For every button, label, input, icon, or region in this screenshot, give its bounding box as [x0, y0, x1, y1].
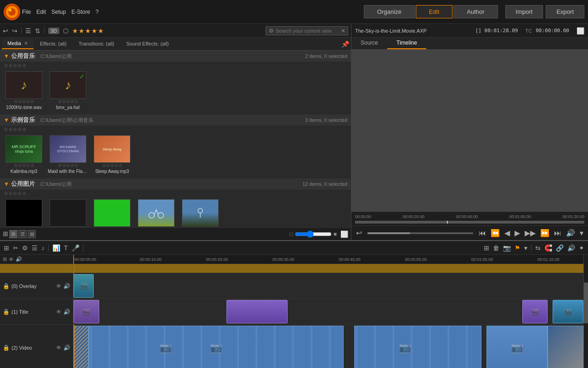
overlay-eye-icon[interactable]: 👁: [56, 283, 62, 289]
video-clip-end[interactable]: [548, 326, 583, 368]
tl-chart-icon[interactable]: 📊: [52, 244, 60, 252]
video-clip-3[interactable]: 📷: [486, 326, 548, 368]
track-header-audio[interactable]: 🔊: [16, 256, 22, 262]
tl-camera-icon[interactable]: 📷: [503, 244, 511, 252]
forward-icon[interactable]: ↪: [12, 27, 17, 34]
overlay-audio-icon[interactable]: 🔊: [63, 283, 70, 289]
sort-icon[interactable]: ⇅: [35, 27, 40, 34]
overlay-clip-1[interactable]: 🎬: [74, 274, 94, 298]
step-back-icon[interactable]: ◀: [503, 228, 511, 238]
tl-delete2-icon[interactable]: 🗑: [493, 244, 499, 252]
tl-delete-icon[interactable]: ⚙: [22, 244, 28, 252]
tab-source[interactable]: Source: [351, 38, 387, 49]
step-fwd-icon[interactable]: ▶▶: [524, 228, 537, 238]
tl-extra-icon[interactable]: ✦: [579, 244, 584, 252]
snap-icon[interactable]: ⊞: [3, 230, 8, 238]
title-clip-1[interactable]: 🎬: [74, 300, 99, 323]
search-clear-icon[interactable]: ✕: [341, 28, 345, 34]
rewind-icon[interactable]: ↩: [355, 228, 363, 238]
skip-end-icon[interactable]: ⏭: [553, 228, 562, 238]
menu-file[interactable]: File: [22, 9, 31, 15]
play-icon[interactable]: ▶: [514, 228, 521, 238]
tl-expand-icon[interactable]: ⇆: [535, 244, 541, 252]
tab-organize[interactable]: Organize: [364, 5, 415, 18]
next-frame-icon[interactable]: ⏩: [539, 228, 550, 238]
media-item-colorbars[interactable]: ☆☆☆☆☆ Color Bars: [48, 199, 88, 227]
video-clip-1[interactable]: 📷 📷: [89, 326, 344, 368]
tab-media[interactable]: Media ✕: [2, 39, 34, 49]
tl-right-scrollbar[interactable]: [583, 255, 588, 368]
video-lock-icon[interactable]: 🔒: [3, 345, 10, 351]
media-item-bmx[interactable]: ♪ ✓ ☆☆☆☆☆ bmx_ya-ha!: [48, 71, 88, 110]
media-item-maid[interactable]: RICHARD STOLTZMAN ☆☆☆☆☆ Maid with the Fl…: [48, 135, 88, 174]
volume-icon[interactable]: 🔊: [565, 228, 576, 238]
video-eye-icon[interactable]: 👁: [56, 345, 62, 351]
media-item-cyclists[interactable]: ☆☆☆☆☆ Cyclists: [136, 199, 176, 227]
tl-music-icon[interactable]: ♪: [41, 244, 45, 252]
detail-view-icon[interactable]: ▤: [28, 230, 36, 238]
media-item-sleep[interactable]: Sleep Away ☆☆☆☆☆ Sleep Away.mp3: [92, 135, 132, 174]
media-content[interactable]: ▼ 公用音乐 C:\Users\公用 2 items, 0 selected ☆…: [0, 51, 351, 227]
media-item-tone[interactable]: ♪ ☆☆☆☆☆ 1000Hz-tone.wav: [4, 71, 44, 110]
video-clip-start[interactable]: [74, 326, 89, 368]
tab-author[interactable]: Author: [453, 5, 498, 18]
tl-mic-icon[interactable]: 🎤: [72, 244, 79, 252]
overlay-lock-icon[interactable]: 🔒: [3, 283, 10, 289]
track-header-eye[interactable]: 👁: [9, 257, 14, 262]
prev-frame-icon[interactable]: ⏪: [490, 228, 501, 238]
tab-pin-icon[interactable]: 📌: [341, 40, 349, 48]
list-icon[interactable]: ☰: [25, 27, 31, 34]
scrollbar-thumb[interactable]: [584, 282, 588, 323]
expand-icon[interactable]: ⬜: [340, 230, 348, 238]
tl-audio-icon[interactable]: 🔊: [567, 244, 575, 252]
tl-text-icon[interactable]: T: [64, 244, 68, 252]
timeline-ruler-bar[interactable]: [355, 221, 584, 224]
group-arrow-pics[interactable]: ▼: [4, 181, 9, 187]
tl-snap-icon[interactable]: ⊞: [484, 244, 489, 252]
menu-setup[interactable]: Setup: [51, 9, 66, 15]
tl-flag-icon[interactable]: ⚑: [514, 244, 520, 252]
size-slider[interactable]: [295, 230, 332, 238]
tl-dropdown-icon[interactable]: ▾: [524, 244, 527, 252]
search-input[interactable]: [276, 28, 339, 34]
tab-timeline[interactable]: Timeline: [387, 38, 426, 49]
list-view-icon[interactable]: ☰: [18, 230, 27, 238]
playhead[interactable]: [74, 255, 74, 281]
menu-help[interactable]: ?: [96, 9, 99, 15]
menu-estore[interactable]: E-Store: [71, 9, 90, 15]
tab-effects[interactable]: Effects: (all): [34, 39, 72, 49]
tl-add-icon[interactable]: ⊞: [4, 244, 9, 252]
back-icon[interactable]: ↩: [3, 27, 8, 34]
media-item-kalimba[interactable]: MR.SCRUFF ninja tuna ☆☆☆☆☆ Kalimba.mp3: [4, 135, 44, 174]
title-audio-icon[interactable]: 🔊: [63, 309, 70, 315]
3d-settings-icon[interactable]: ⬡: [63, 27, 68, 34]
media-item-green[interactable]: ☆☆☆☆☆ Green: [92, 199, 132, 227]
tl-split-icon[interactable]: ✂: [13, 244, 18, 252]
tl-settings-icon[interactable]: ☰: [32, 244, 38, 252]
aspect-ratio-icon[interactable]: ⬜: [577, 27, 584, 34]
group-arrow-music1[interactable]: ▼: [4, 53, 9, 59]
title-eye-icon[interactable]: 👁: [56, 309, 62, 315]
video-clip-2[interactable]: 📷: [354, 326, 482, 368]
tl-magnet-icon[interactable]: 🧲: [544, 244, 552, 252]
grid-view-icon[interactable]: ⊞: [9, 230, 17, 238]
video-audio-icon[interactable]: 🔊: [63, 345, 70, 351]
import-button[interactable]: Import: [505, 5, 543, 18]
menu-edit[interactable]: Edit: [36, 9, 46, 15]
group-arrow-music2[interactable]: ▼: [4, 117, 9, 123]
media-item-black[interactable]: ☆☆☆☆☆ Black: [4, 199, 44, 227]
title-clip-3[interactable]: 🎬: [522, 300, 548, 323]
tab-transitions[interactable]: Transitions: (all): [73, 39, 120, 49]
tab-sound-effects[interactable]: Sound Effects: (all): [121, 39, 175, 49]
volume-down-icon[interactable]: ▾: [579, 228, 584, 238]
title-lock-icon[interactable]: 🔒: [3, 309, 10, 315]
skip-start-icon[interactable]: ⏮: [478, 228, 487, 238]
title-clip-2[interactable]: [226, 300, 288, 323]
export-button[interactable]: Export: [546, 5, 584, 18]
title-clip-4[interactable]: 🎬: [553, 300, 583, 323]
media-item-biker[interactable]: ☆☆☆☆☆ Biker: [180, 199, 220, 227]
tab-media-close[interactable]: ✕: [24, 40, 28, 46]
playback-bar[interactable]: [368, 232, 473, 234]
tl-link-icon[interactable]: 🔗: [556, 244, 564, 252]
tab-edit[interactable]: Edit: [416, 5, 452, 18]
